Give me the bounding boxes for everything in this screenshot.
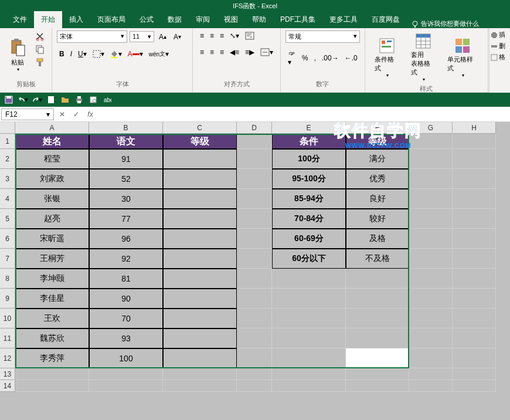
row-header-10[interactable]: 10 (0, 309, 15, 328)
cell-G2[interactable] (409, 149, 453, 169)
redo-button[interactable]: ▾ (32, 94, 42, 105)
cell-A10[interactable]: 王欢 (15, 309, 89, 328)
row-header-7[interactable]: 7 (0, 249, 15, 269)
font-size-select[interactable]: 11▾ (130, 31, 154, 42)
align-middle-button[interactable]: ≡ (208, 31, 216, 41)
phonetic-button[interactable]: wén文 ▾ (147, 49, 171, 59)
col-header-B[interactable]: B (89, 122, 163, 134)
insert-cells-button[interactable]: 插 (491, 31, 509, 39)
cell-D13[interactable] (237, 368, 272, 380)
cell-B4[interactable]: 30 (89, 189, 163, 209)
currency-button[interactable]: 🖙▾ (285, 49, 298, 67)
cell-E6[interactable]: 60-69分 (272, 229, 346, 249)
cell-F9[interactable] (346, 289, 409, 309)
row-header-13[interactable]: 13 (0, 368, 15, 380)
cell-B1[interactable]: 语文 (89, 134, 163, 149)
cell-E5[interactable]: 70-84分 (272, 209, 346, 229)
cell-D5[interactable] (237, 209, 272, 229)
menu-PDF工具集[interactable]: PDF工具集 (273, 11, 322, 28)
cell-E8[interactable] (272, 269, 346, 289)
cell-D6[interactable] (237, 229, 272, 249)
cell-A12[interactable]: 李秀萍 (15, 348, 89, 368)
align-left-button[interactable]: ≡ (198, 47, 206, 57)
menu-公式[interactable]: 公式 (132, 11, 161, 28)
cell-G5[interactable] (409, 209, 453, 229)
cell-D12[interactable] (237, 348, 272, 368)
cell-C10[interactable] (163, 309, 237, 328)
cell-F2[interactable]: 满分 (346, 149, 409, 169)
cell-C14[interactable] (163, 380, 237, 392)
cell-A1[interactable]: 姓名 (15, 134, 89, 149)
cell-D2[interactable] (237, 149, 272, 169)
formula-input[interactable] (97, 113, 510, 116)
confirm-formula-button[interactable]: ✓ (69, 108, 83, 121)
cell-H1[interactable] (453, 134, 496, 149)
delete-cells-button[interactable]: 删 (491, 42, 509, 50)
cell-A2[interactable]: 程莹 (15, 149, 89, 169)
cell-G3[interactable] (409, 169, 453, 189)
cell-A9[interactable]: 李佳星 (15, 289, 89, 309)
copy-button[interactable] (33, 43, 47, 55)
cell-A13[interactable] (15, 368, 89, 380)
conditional-format-button[interactable]: 条件格式▾ (370, 31, 404, 84)
cell-A4[interactable]: 张银 (15, 189, 89, 209)
cell-D10[interactable] (237, 309, 272, 328)
tell-me-input[interactable]: 告诉我你想要做什么 (412, 19, 479, 28)
spell-check-button[interactable]: abc (102, 94, 113, 105)
cell-F10[interactable] (346, 309, 409, 328)
menu-数据[interactable]: 数据 (161, 11, 189, 28)
cell-B2[interactable]: 91 (89, 149, 163, 169)
cell-G8[interactable] (409, 269, 453, 289)
row-header-9[interactable]: 9 (0, 289, 15, 309)
increase-indent-button[interactable]: ≡▶ (243, 47, 257, 57)
bold-button[interactable]: B (57, 49, 67, 59)
cell-B6[interactable]: 96 (89, 229, 163, 249)
cell-B12[interactable]: 100 (89, 348, 163, 368)
wrap-text-button[interactable] (243, 31, 257, 41)
cell-G11[interactable] (409, 328, 453, 348)
font-color-button[interactable]: A ▾ (125, 49, 145, 59)
cell-B5[interactable]: 77 (89, 209, 163, 229)
cell-C13[interactable] (163, 368, 237, 380)
cell-C7[interactable] (163, 249, 237, 269)
percent-button[interactable]: % (300, 49, 311, 67)
cell-F13[interactable] (346, 368, 409, 380)
cell-A3[interactable]: 刘家政 (15, 169, 89, 189)
print-preview-button[interactable] (88, 94, 98, 105)
open-button[interactable] (60, 94, 70, 105)
cell-H10[interactable] (453, 309, 496, 328)
row-header-3[interactable]: 3 (0, 169, 15, 189)
align-center-button[interactable]: ≡ (208, 47, 216, 57)
col-header-A[interactable]: A (15, 122, 89, 134)
cell-A5[interactable]: 赵亮 (15, 209, 89, 229)
orientation-button[interactable]: ⤡▾ (227, 31, 242, 41)
format-painter-button[interactable] (33, 56, 47, 68)
cell-E11[interactable] (272, 328, 346, 348)
cell-H12[interactable] (453, 348, 496, 368)
cell-B10[interactable]: 70 (89, 309, 163, 328)
menu-视图[interactable]: 视图 (217, 11, 245, 28)
cell-H9[interactable] (453, 289, 496, 309)
cell-H5[interactable] (453, 209, 496, 229)
cell-C4[interactable] (163, 189, 237, 209)
cell-G13[interactable] (409, 368, 453, 380)
decrease-decimal-button[interactable]: ←.0 (342, 49, 360, 67)
cell-G9[interactable] (409, 289, 453, 309)
cell-F7[interactable]: 不及格 (346, 249, 409, 269)
col-header-C[interactable]: C (163, 122, 237, 134)
cell-F6[interactable]: 及格 (346, 229, 409, 249)
comma-button[interactable]: , (312, 49, 318, 67)
cell-G12[interactable] (409, 348, 453, 368)
row-header-8[interactable]: 8 (0, 269, 15, 289)
menu-百度网盘[interactable]: 百度网盘 (365, 11, 407, 28)
cell-styles-button[interactable]: 单元格样式▾ (443, 31, 483, 84)
cell-D4[interactable] (237, 189, 272, 209)
cell-C2[interactable] (163, 149, 237, 169)
fill-color-button[interactable]: ▾ (108, 49, 124, 59)
menu-开始[interactable]: 开始 (34, 11, 62, 28)
cell-B14[interactable] (89, 380, 163, 392)
cell-G4[interactable] (409, 189, 453, 209)
cell-G6[interactable] (409, 229, 453, 249)
cell-H2[interactable] (453, 149, 496, 169)
font-name-select[interactable]: 宋体▾ (57, 31, 127, 43)
